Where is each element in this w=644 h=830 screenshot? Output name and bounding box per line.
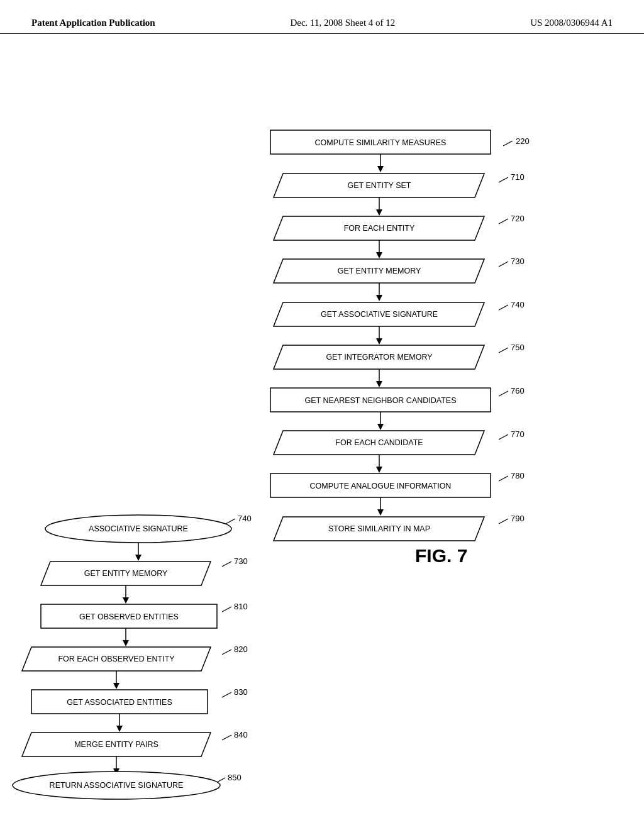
tick-780: [499, 476, 508, 481]
text-730a: GET ENTITY MEMORY: [338, 267, 421, 275]
tick-720: [499, 219, 508, 224]
publication-label: Patent Application Publication: [31, 18, 155, 28]
arrowhead-as-730b: [135, 555, 142, 561]
date-sheet-label: Dec. 11, 2008 Sheet 4 of 12: [290, 18, 395, 28]
label-790: 790: [511, 514, 525, 523]
tick-740b: [226, 519, 235, 524]
arrowhead-770-780: [376, 467, 382, 473]
tick-710: [499, 177, 508, 182]
diagram-area: 220 COMPUTE SIMILARITY MEASURES 710 GET …: [0, 34, 644, 801]
flowchart-svg: 220 COMPUTE SIMILARITY MEASURES 710 GET …: [0, 34, 644, 801]
tick-790: [499, 519, 508, 524]
arrowhead-810-820: [123, 640, 129, 646]
label-830: 830: [234, 687, 248, 697]
arrowhead-760-770: [377, 424, 384, 430]
label-720: 720: [511, 214, 525, 223]
text-790: STORE SIMILARITY IN MAP: [328, 524, 430, 533]
text-840: MERGE ENTITY PAIRS: [74, 740, 158, 749]
fig7-label: FIG. 7: [415, 545, 467, 566]
tick-730b: [222, 562, 231, 567]
label-220: 220: [516, 136, 530, 146]
text-730b: GET ENTITY MEMORY: [84, 569, 168, 578]
label-740a: 740: [511, 300, 525, 309]
label-770: 770: [511, 429, 525, 439]
label-730a: 730: [511, 257, 525, 266]
page-header: Patent Application Publication Dec. 11, …: [0, 0, 644, 34]
text-830: GET ASSOCIATED ENTITIES: [67, 698, 172, 707]
label-760: 760: [511, 386, 525, 396]
tick-740a: [499, 305, 508, 310]
tick-220: [503, 141, 513, 146]
arrowhead-780-790: [377, 509, 384, 516]
label-810: 810: [234, 602, 248, 611]
text-770: FOR EACH CANDIDATE: [335, 438, 423, 447]
label-820: 820: [234, 645, 248, 654]
label-730b: 730: [234, 556, 248, 566]
text-750: GET INTEGRATOR MEMORY: [326, 353, 433, 362]
arrowhead-820-830: [113, 683, 119, 689]
text-850: RETURN ASSOCIATIVE SIGNATURE: [50, 781, 184, 790]
arrowhead-720-730: [376, 252, 382, 258]
arrowhead-730-740: [376, 295, 382, 301]
tick-750: [499, 348, 508, 353]
text-720: FOR EACH ENTITY: [344, 224, 415, 233]
arrowhead-730b-810: [123, 597, 129, 604]
arrowhead-830-840: [116, 726, 123, 732]
arrowhead-740-750: [376, 338, 382, 345]
label-840: 840: [234, 730, 248, 739]
label-740b-entry: 740: [238, 514, 252, 523]
text-780: COMPUTE ANALOGUE INFORMATION: [310, 482, 452, 490]
arrowhead-710-720: [376, 209, 382, 216]
arrowhead-220-710: [377, 166, 384, 172]
tick-830: [222, 692, 231, 697]
text-740a: GET ASSOCIATIVE SIGNATURE: [321, 310, 438, 319]
label-710: 710: [511, 172, 525, 182]
tick-840: [222, 735, 231, 740]
patent-number-label: US 2008/0306944 A1: [530, 18, 613, 28]
text-760: GET NEAREST NEIGHBOR CANDIDATES: [304, 396, 456, 405]
text-220: COMPUTE SIMILARITY MEASURES: [315, 138, 447, 147]
tick-810: [222, 607, 231, 612]
tick-730a: [499, 262, 508, 267]
label-750: 750: [511, 343, 525, 352]
text-710: GET ENTITY SET: [348, 181, 411, 190]
text-810: GET OBSERVED ENTITIES: [79, 612, 179, 621]
tick-770: [499, 434, 508, 440]
text-assoc-sig: ASSOCIATIVE SIGNATURE: [89, 524, 188, 533]
tick-760: [499, 391, 508, 396]
label-850: 850: [228, 773, 242, 782]
tick-820: [222, 650, 231, 655]
text-820: FOR EACH OBSERVED ENTITY: [58, 655, 175, 663]
arrowhead-750-760: [376, 381, 382, 387]
label-780: 780: [511, 471, 525, 480]
